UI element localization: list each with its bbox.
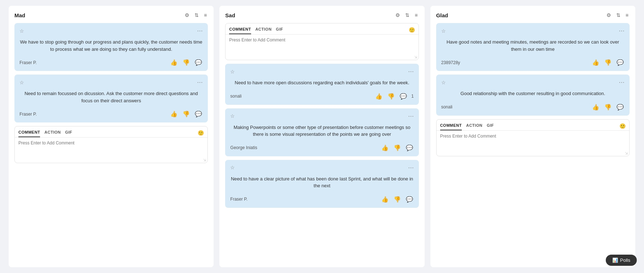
- thumbdown-btn-mad-2[interactable]: 👎: [182, 110, 190, 118]
- comment-tabs-glad: COMMENT ACTION GIF 🙂: [437, 120, 629, 131]
- star-icon-mad-1[interactable]: ☆: [19, 28, 24, 34]
- comment-box-mad: COMMENT ACTION GIF 🙂 ⇲: [14, 126, 208, 163]
- filter-icon-glad[interactable]: ⚙: [605, 12, 612, 19]
- sort-icon-glad[interactable]: ⇅: [615, 12, 622, 19]
- column-header-glad: Glad ⚙ ⇅ ≡: [436, 12, 630, 19]
- comment-tab-glad-action[interactable]: ACTION: [466, 122, 482, 130]
- comment-tab-sad-gif[interactable]: GIF: [276, 26, 283, 34]
- thumbdown-btn-glad-2[interactable]: 👎: [604, 103, 612, 111]
- card-footer-mad-2: Fraser P. 👍 👎 💬: [19, 110, 203, 118]
- column-header-mad: Mad ⚙ ⇅ ≡: [14, 12, 208, 19]
- card-header-sad-1: ☆ ⋯: [230, 68, 413, 75]
- card-header-glad-2: ☆ ⋯: [441, 79, 625, 86]
- thumbup-btn-sad-3[interactable]: 👍: [381, 195, 389, 203]
- column-mad: Mad ⚙ ⇅ ≡ ☆ ⋯ We have to stop going thro…: [9, 6, 214, 267]
- comment-btn-sad-2[interactable]: 💬: [405, 144, 414, 152]
- comment-tab-glad-comment[interactable]: COMMENT: [440, 122, 462, 130]
- thumbup-btn-mad-2[interactable]: 👍: [170, 110, 178, 118]
- card-footer-sad-1: sonali 👍 👎 💬 1: [230, 92, 413, 100]
- comment-tab-mad-gif[interactable]: GIF: [65, 129, 73, 137]
- comment-btn-glad-2[interactable]: 💬: [616, 103, 625, 111]
- card-author-sad-1: sonali: [230, 94, 241, 99]
- star-icon-mad-2[interactable]: ☆: [19, 80, 24, 85]
- card-author-glad-2: sonali: [441, 104, 452, 109]
- card-mad-1: ☆ ⋯ We have to stop going through our pr…: [14, 23, 208, 71]
- filter-icon-sad[interactable]: ⚙: [394, 12, 401, 19]
- thumbup-btn-sad-2[interactable]: 👍: [381, 144, 389, 152]
- star-icon-sad-3[interactable]: ☆: [230, 165, 235, 170]
- sort-icon-sad[interactable]: ⇅: [404, 12, 411, 19]
- comment-tab-sad-comment[interactable]: COMMENT: [229, 26, 251, 34]
- comment-btn-mad-1[interactable]: 💬: [194, 58, 203, 67]
- comment-btn-sad-3[interactable]: 💬: [405, 195, 414, 203]
- card-mad-2: ☆ ⋯ Need to remain focussed on dicussion…: [14, 75, 208, 122]
- star-icon-glad-1[interactable]: ☆: [441, 28, 446, 34]
- polls-button[interactable]: 📊 Polls: [606, 255, 637, 266]
- comment-tabs-sad-top: COMMENT ACTION GIF 🙂: [225, 23, 418, 35]
- filter-icon-mad[interactable]: ⚙: [184, 12, 190, 19]
- emoji-icon-sad[interactable]: 🙂: [409, 27, 415, 33]
- menu-icon-glad[interactable]: ≡: [625, 12, 630, 19]
- comment-input-area-mad: ⇲: [15, 138, 207, 163]
- column-glad: Glad ⚙ ⇅ ≡ ☆ ⋯ Have good notes and meeti…: [430, 6, 635, 267]
- card-header-glad-1: ☆ ⋯: [441, 27, 625, 34]
- cards-mad: ☆ ⋯ We have to stop going through our pr…: [14, 23, 208, 261]
- comment-input-mad[interactable]: [18, 140, 204, 158]
- comment-tab-emoji-sad: 🙂: [409, 27, 415, 33]
- thumbdown-btn-sad-2[interactable]: 👎: [393, 144, 402, 152]
- card-text-glad-2: Good relationship with the customer resu…: [441, 89, 625, 102]
- more-icon-sad-3[interactable]: ⋯: [408, 164, 414, 171]
- card-actions-sad-2: 👍 👎 💬: [381, 144, 414, 152]
- comment-tab-sad-action[interactable]: ACTION: [255, 26, 272, 34]
- menu-icon-sad[interactable]: ≡: [413, 12, 419, 19]
- emoji-icon-glad[interactable]: 🙂: [619, 123, 626, 129]
- more-icon-glad-2[interactable]: ⋯: [619, 79, 625, 86]
- resize-handle-glad[interactable]: ⇲: [625, 151, 628, 155]
- card-header-mad-2: ☆ ⋯: [19, 79, 203, 86]
- comment-btn-glad-1[interactable]: 💬: [616, 58, 625, 67]
- comment-input-glad[interactable]: [440, 134, 626, 152]
- card-actions-sad-1: 👍 👎 💬 1: [374, 92, 414, 100]
- thumbdown-btn-sad-3[interactable]: 👎: [393, 195, 402, 203]
- card-text-glad-1: Have good notes and meeting minutes, mee…: [441, 37, 625, 57]
- column-sad: Sad ⚙ ⇅ ≡ COMMENT ACTION GIF 🙂: [219, 6, 424, 267]
- card-header-sad-2: ☆ ⋯: [230, 113, 413, 120]
- card-author-mad-2: Fraser P.: [19, 112, 37, 117]
- comment-btn-mad-2[interactable]: 💬: [194, 110, 203, 118]
- thumbdown-btn-sad-1[interactable]: 👎: [387, 92, 395, 100]
- card-footer-mad-1: Fraser P. 👍 👎 💬: [19, 58, 203, 67]
- comment-btn-sad-1[interactable]: 💬: [399, 92, 408, 100]
- sort-icon-mad[interactable]: ⇅: [193, 12, 200, 19]
- comment-input-sad-top[interactable]: [229, 37, 415, 55]
- more-icon-mad-1[interactable]: ⋯: [197, 27, 203, 34]
- comment-tab-glad-gif[interactable]: GIF: [487, 122, 494, 130]
- thumbup-btn-sad-1[interactable]: 👍: [374, 92, 383, 100]
- star-icon-sad-2[interactable]: ☆: [230, 113, 235, 119]
- emoji-icon-mad[interactable]: 🙂: [198, 130, 204, 136]
- thumbup-btn-glad-2[interactable]: 👍: [591, 103, 600, 111]
- more-icon-mad-2[interactable]: ⋯: [197, 79, 203, 86]
- column-header-sad: Sad ⚙ ⇅ ≡: [225, 12, 419, 19]
- card-text-mad-1: We have to stop going through our progre…: [19, 37, 203, 57]
- card-author-sad-2: George Iniatis: [230, 145, 257, 150]
- card-actions-mad-2: 👍 👎 💬: [170, 110, 203, 118]
- thumbdown-btn-glad-1[interactable]: 👎: [604, 58, 612, 67]
- more-icon-glad-1[interactable]: ⋯: [619, 27, 625, 34]
- polls-icon: 📊: [612, 258, 618, 263]
- comment-count-sad-1: 1: [411, 94, 414, 99]
- more-icon-sad-2[interactable]: ⋯: [408, 113, 414, 120]
- thumbup-btn-mad-1[interactable]: 👍: [170, 58, 178, 67]
- thumbdown-btn-mad-1[interactable]: 👎: [182, 58, 190, 67]
- menu-icon-mad[interactable]: ≡: [203, 12, 208, 19]
- card-sad-3: ☆ ⋯ Need to have a clear picture of what…: [225, 160, 419, 208]
- more-icon-sad-1[interactable]: ⋯: [408, 68, 414, 75]
- comment-tab-mad-action[interactable]: ACTION: [44, 129, 61, 137]
- resize-handle-mad[interactable]: ⇲: [203, 158, 206, 162]
- comment-box-glad: COMMENT ACTION GIF 🙂 ⇲: [436, 119, 630, 156]
- thumbup-btn-glad-1[interactable]: 👍: [591, 58, 600, 67]
- comment-tab-mad-comment[interactable]: COMMENT: [18, 129, 40, 137]
- star-icon-sad-1[interactable]: ☆: [230, 69, 235, 75]
- card-actions-glad-1: 👍 👎 💬: [591, 58, 625, 67]
- resize-handle-sad-top[interactable]: ⇲: [414, 55, 417, 59]
- star-icon-glad-2[interactable]: ☆: [441, 80, 446, 85]
